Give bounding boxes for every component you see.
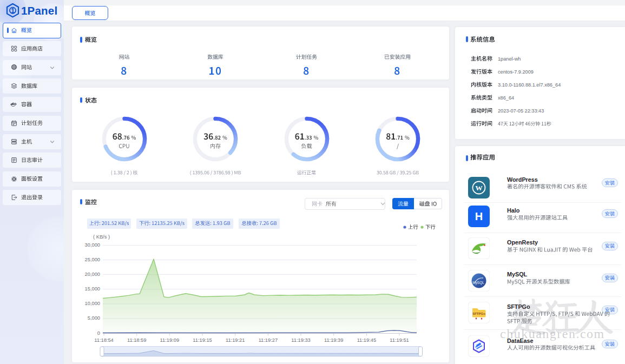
- svg-text:MySQL: MySQL: [472, 280, 484, 284]
- svg-text:H: H: [475, 210, 483, 222]
- svg-text:W: W: [475, 184, 483, 192]
- svg-text:SFTPGo: SFTPGo: [472, 312, 485, 315]
